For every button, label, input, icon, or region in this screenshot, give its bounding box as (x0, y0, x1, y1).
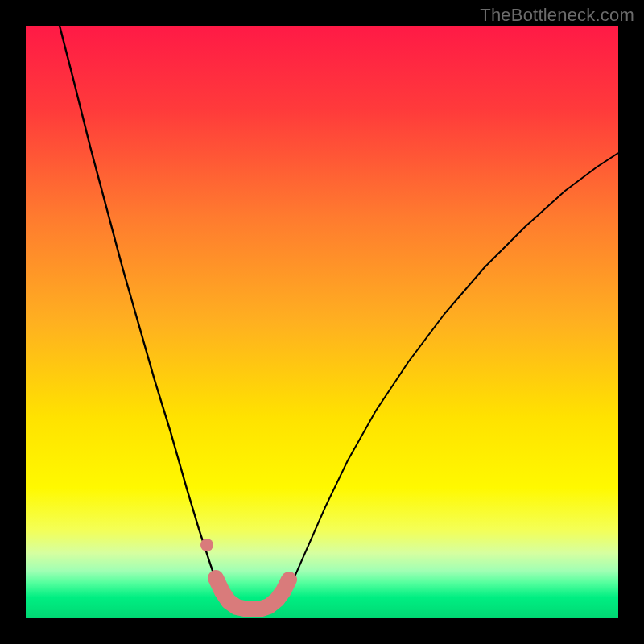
highlight-dot (200, 539, 213, 551)
watermark-text: TheBottleneck.com (480, 5, 634, 26)
plot-area (26, 26, 618, 618)
bottleneck-curve-left (60, 26, 258, 613)
bottleneck-curve-right (258, 153, 618, 613)
chart-svg (26, 26, 618, 618)
chart-frame: TheBottleneck.com (0, 0, 644, 644)
highlight-band (216, 578, 289, 609)
